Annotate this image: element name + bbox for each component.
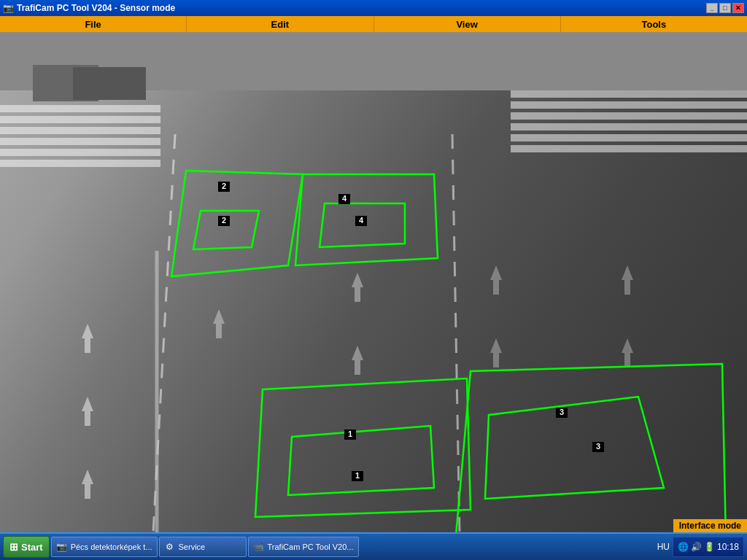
- detektorkepek-label: Pécs detektorképek t...: [71, 542, 152, 551]
- service-icon: ⚙: [164, 541, 176, 553]
- interface-mode-badge: Interface mode: [673, 519, 747, 532]
- network-icon: 🌐: [678, 542, 689, 552]
- camera-canvas: [0, 32, 747, 532]
- taskbar-right: HU 🌐 🔊 🔋 10:18: [657, 537, 744, 557]
- taskbar-item-traficam[interactable]: 📹 TrafiCam PC Tool V20...: [248, 537, 359, 557]
- menu-view[interactable]: View: [374, 16, 561, 32]
- start-button[interactable]: ⊞ Start: [3, 536, 50, 558]
- menu-file[interactable]: File: [0, 16, 187, 32]
- taskbar-item-service[interactable]: ⚙ Service: [159, 537, 247, 557]
- menu-bar: File Edit View Tools: [0, 16, 747, 32]
- detektorkepek-icon: 📷: [56, 541, 68, 553]
- maximize-button[interactable]: □: [719, 3, 731, 13]
- taskbar: ⊞ Start 📷 Pécs detektorképek t... ⚙ Serv…: [0, 532, 747, 560]
- battery-icon: 🔋: [704, 542, 715, 552]
- close-button[interactable]: ✕: [732, 3, 744, 13]
- volume-icon: 🔊: [691, 542, 702, 552]
- title-bar-left: 📷 TrafiCam PC Tool V204 - Sensor mode: [3, 3, 175, 13]
- title-bar-controls: _ □ ✕: [706, 3, 744, 13]
- traficam-icon: 📹: [253, 541, 265, 553]
- system-tray: 🌐 🔊 🔋 10:18: [673, 537, 744, 557]
- windows-logo-icon: ⊞: [9, 541, 18, 553]
- app-icon: 📷: [3, 3, 14, 13]
- start-label: Start: [21, 542, 43, 553]
- camera-view: Interface mode: [0, 32, 747, 532]
- taskbar-item-detektorkepek[interactable]: 📷 Pécs detektorképek t...: [51, 537, 158, 557]
- clock: 10:18: [717, 542, 739, 552]
- minimize-button[interactable]: _: [706, 3, 718, 13]
- menu-tools[interactable]: Tools: [561, 16, 747, 32]
- service-label: Service: [179, 542, 206, 551]
- title-bar: 📷 TrafiCam PC Tool V204 - Sensor mode _ …: [0, 0, 747, 16]
- window-title: TrafiCam PC Tool V204 - Sensor mode: [17, 3, 175, 13]
- menu-edit[interactable]: Edit: [187, 16, 374, 32]
- traficam-label: TrafiCam PC Tool V20...: [268, 542, 354, 551]
- language-indicator: HU: [657, 542, 670, 552]
